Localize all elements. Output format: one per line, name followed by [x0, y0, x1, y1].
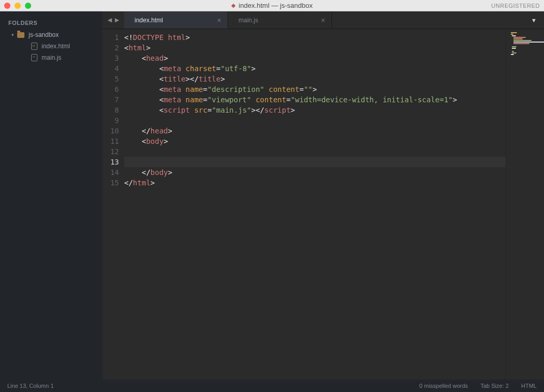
code-line[interactable]: <!DOCTYPE html> [124, 32, 506, 43]
folder-icon [17, 32, 24, 38]
code-line[interactable]: <meta name="description" content=""> [124, 84, 506, 94]
code-line[interactable]: <head> [124, 53, 506, 63]
code-line[interactable]: <meta name="viewport" content="width=dev… [124, 94, 506, 105]
minimap-line [513, 37, 526, 38]
sidebar-folder[interactable]: js-sandbox [0, 29, 102, 40]
nav-back-icon[interactable]: ◀ [108, 17, 112, 23]
line-number[interactable]: 8 [102, 105, 119, 115]
code-line[interactable]: <title></title> [124, 74, 506, 84]
minimap[interactable] [506, 29, 544, 380]
tab-overflow-button[interactable]: ▼ [524, 11, 544, 29]
line-number[interactable]: 4 [102, 63, 119, 74]
line-number[interactable]: 9 [102, 115, 119, 126]
minimap-line [511, 54, 514, 55]
traffic-lights [4, 3, 31, 9]
code-line[interactable]: </body> [124, 167, 506, 178]
minimap-line [513, 42, 544, 43]
line-number[interactable]: 14 [102, 167, 119, 178]
code-body[interactable]: <!DOCTYPE html><html> <head> <meta chars… [124, 29, 506, 380]
line-number[interactable]: 7 [102, 94, 119, 105]
line-number[interactable]: 5 [102, 74, 119, 84]
status-spell[interactable]: 0 misspelled words [419, 383, 468, 389]
minimap-line [512, 48, 516, 49]
file-icon [31, 54, 37, 61]
gutter: 123456789101112131415 [102, 29, 124, 380]
code-line[interactable] [124, 115, 506, 126]
folder-label: js-sandbox [29, 31, 59, 38]
window-title: ◆ index.html — js-sandbox [231, 2, 312, 9]
close-icon[interactable] [4, 3, 10, 9]
code-line[interactable]: </html> [124, 178, 506, 188]
line-number[interactable]: 15 [102, 178, 119, 188]
nav-forward-icon[interactable]: ▶ [115, 17, 119, 23]
file-label: main.js [42, 54, 61, 61]
code-line[interactable] [124, 146, 506, 157]
sidebar-header: FOLDERS [0, 17, 102, 29]
status-position[interactable]: Line 13, Column 1 [7, 383, 54, 389]
tab-label: main.js [238, 17, 258, 24]
editor-area: ◀ ▶ index.html×main.js× ▼ 12345678910111… [102, 11, 544, 380]
file-label: index.html [42, 43, 70, 50]
status-tabsize[interactable]: Tab Size: 2 [481, 383, 509, 389]
code-line[interactable]: <html> [124, 43, 506, 53]
line-number[interactable]: 6 [102, 84, 119, 94]
tab-label: index.html [135, 17, 163, 24]
minimap-line [511, 34, 513, 35]
minimap-line [512, 46, 516, 47]
statusbar: Line 13, Column 1 0 misspelled words Tab… [0, 380, 544, 392]
code-line[interactable]: <body> [124, 136, 506, 146]
main-area: FOLDERS js-sandbox index.htmlmain.js ◀ ▶… [0, 11, 544, 380]
unregistered-label: UNREGISTERED [492, 3, 540, 9]
maximize-icon[interactable] [25, 3, 31, 9]
line-number[interactable]: 1 [102, 32, 119, 43]
line-number[interactable]: 2 [102, 43, 119, 53]
tab-index-html[interactable]: index.html× [124, 11, 228, 29]
code-line[interactable]: <script src="main.js"></script> [124, 105, 506, 115]
minimap-line [513, 40, 532, 41]
status-syntax[interactable]: HTML [521, 383, 537, 389]
line-number[interactable]: 13 [102, 157, 119, 167]
titlebar[interactable]: ◆ index.html — js-sandbox UNREGISTERED [0, 0, 544, 11]
tabbar: ◀ ▶ index.html×main.js× ▼ [102, 11, 544, 29]
line-number[interactable]: 10 [102, 126, 119, 136]
sidebar-file[interactable]: index.html [0, 40, 102, 52]
line-number[interactable]: 3 [102, 53, 119, 63]
code-line[interactable] [124, 157, 506, 167]
minimap-line [512, 35, 516, 36]
code-editor[interactable]: 123456789101112131415 <!DOCTYPE html><ht… [102, 29, 544, 380]
window: ◆ index.html — js-sandbox UNREGISTERED F… [0, 0, 544, 392]
line-number[interactable]: 11 [102, 136, 119, 146]
minimap-line [512, 51, 514, 52]
file-icon: ◆ [231, 2, 235, 9]
tab-main-js[interactable]: main.js× [228, 11, 332, 29]
nav-arrows[interactable]: ◀ ▶ [102, 11, 124, 29]
title-text: index.html — js-sandbox [238, 2, 312, 9]
minimap-line [511, 32, 517, 33]
file-icon [31, 43, 37, 50]
minimap-line [513, 43, 529, 44]
line-number[interactable]: 12 [102, 146, 119, 157]
close-icon[interactable]: × [217, 16, 221, 24]
sidebar: FOLDERS js-sandbox index.htmlmain.js [0, 11, 102, 380]
minimap-line [512, 52, 516, 53]
minimap-line [511, 45, 513, 46]
sidebar-file[interactable]: main.js [0, 52, 102, 63]
minimize-icon[interactable] [15, 3, 21, 9]
code-line[interactable]: <meta charset="utf-8"> [124, 63, 506, 74]
close-icon[interactable]: × [321, 16, 325, 24]
minimap-line [513, 38, 523, 39]
code-line[interactable]: </head> [124, 126, 506, 136]
minimap-line [511, 49, 513, 50]
